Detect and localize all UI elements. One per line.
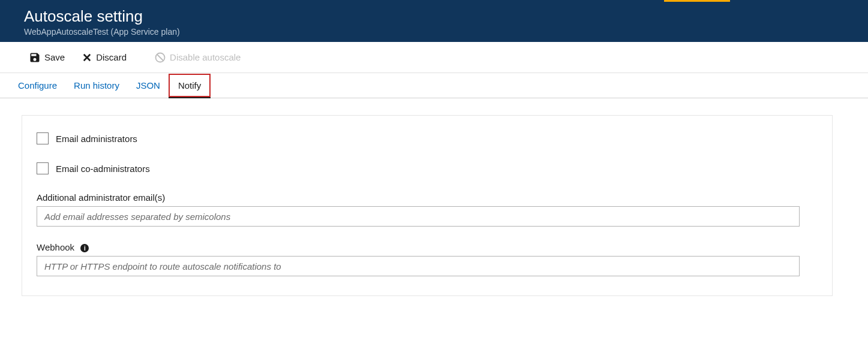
save-button[interactable]: Save xyxy=(22,48,72,67)
additional-emails-input[interactable] xyxy=(37,206,800,227)
webhook-input[interactable] xyxy=(37,256,800,276)
content-area: Email administrators Email co-administra… xyxy=(0,98,868,313)
email-admins-label: Email administrators xyxy=(56,134,137,144)
save-button-label: Save xyxy=(44,52,65,62)
page-subtitle: WebAppAutoscaleTest (App Service plan) xyxy=(24,27,868,37)
discard-button-label: Discard xyxy=(96,52,127,62)
disable-autoscale-label: Disable autoscale xyxy=(170,52,241,62)
save-icon xyxy=(29,52,41,64)
disable-icon xyxy=(154,52,166,64)
webhook-label: Webhook i xyxy=(37,242,818,252)
email-coadmins-row: Email co-administrators xyxy=(37,162,818,174)
tab-configure[interactable]: Configure xyxy=(10,75,65,96)
disable-autoscale-button[interactable]: Disable autoscale xyxy=(147,48,248,67)
toolbar: Save Discard Disable autoscale xyxy=(0,42,868,73)
email-coadmins-checkbox[interactable] xyxy=(37,162,49,174)
discard-button[interactable]: Discard xyxy=(74,49,134,67)
email-coadmins-label: Email co-administrators xyxy=(56,164,150,174)
notify-panel: Email administrators Email co-administra… xyxy=(22,115,833,296)
page-title: Autoscale setting xyxy=(24,7,868,26)
additional-emails-label: Additional administrator email(s) xyxy=(37,192,818,203)
email-admins-checkbox[interactable] xyxy=(37,132,49,144)
close-icon xyxy=(82,52,92,63)
tab-bar: Configure Run history JSON Notify xyxy=(0,73,868,98)
info-icon[interactable]: i xyxy=(80,244,89,252)
tab-notify[interactable]: Notify xyxy=(169,74,211,97)
additional-emails-field: Additional administrator email(s) xyxy=(37,192,818,227)
email-admins-row: Email administrators xyxy=(37,132,818,144)
page-header: Autoscale setting WebAppAutoscaleTest (A… xyxy=(0,0,868,42)
tab-run-history[interactable]: Run history xyxy=(65,75,128,96)
webhook-label-text: Webhook xyxy=(37,242,74,252)
header-accent-bar xyxy=(664,0,730,2)
tab-json[interactable]: JSON xyxy=(128,75,169,96)
webhook-field: Webhook i xyxy=(37,242,818,276)
